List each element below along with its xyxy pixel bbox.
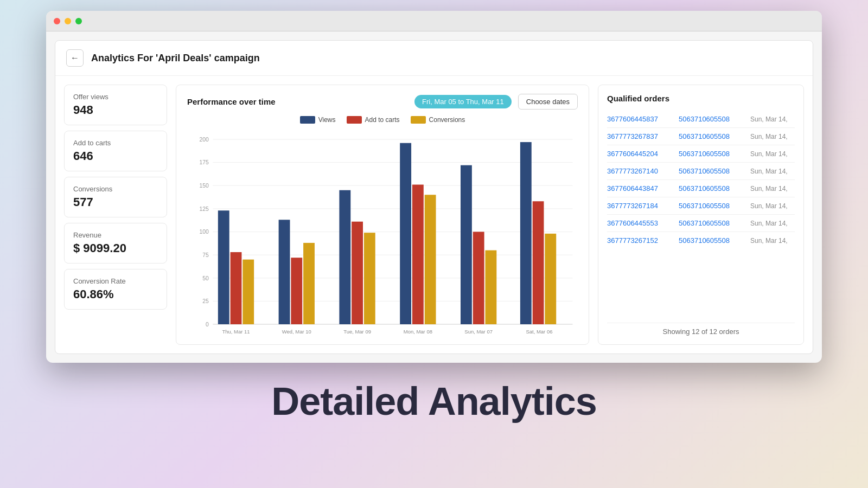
back-button[interactable]: ←: [66, 49, 84, 67]
legend-carts-color: [347, 116, 362, 124]
order-row: 3677773267152 5063710605508 Sun, Mar 14,: [607, 232, 795, 249]
order-id-link[interactable]: 3677773267837: [607, 132, 672, 140]
bar-group-thu: Thu, Mar 11: [218, 210, 254, 335]
order-date: Sun, Mar 14,: [750, 202, 795, 210]
svg-text:200: 200: [199, 137, 209, 143]
stat-offer-views-value: 948: [73, 103, 158, 117]
svg-text:75: 75: [202, 252, 209, 258]
stats-panel: Offer views 948 Add to carts 646 Convers…: [64, 85, 167, 345]
customer-id-link[interactable]: 5063710605508: [679, 202, 744, 210]
chart-panel: Performance over time Fri, Mar 05 to Thu…: [176, 85, 589, 345]
svg-text:100: 100: [199, 229, 209, 235]
stat-revenue-value: $ 9099.20: [73, 241, 158, 255]
order-row: 3677606445553 5063710605508 Sun, Mar 14,: [607, 215, 795, 232]
label-sun: Sun, Mar 07: [464, 329, 493, 335]
bar-group-mon: Mon, Mar 08: [400, 143, 436, 335]
main-content: ← Analytics For 'April Deals' campaign O…: [55, 40, 813, 354]
customer-id-link[interactable]: 5063710605508: [679, 167, 744, 175]
bar-sat-carts: [533, 201, 544, 324]
chart-svg-container: 200 175 150 125 100 75: [187, 128, 578, 336]
order-date: Sun, Mar 14,: [750, 185, 795, 192]
close-button[interactable]: [54, 18, 60, 24]
bar-chart: 200 175 150 125 100 75: [187, 128, 578, 336]
order-id-link[interactable]: 3677606443847: [607, 184, 672, 192]
y-axis: 200 175 150 125 100 75: [199, 137, 572, 328]
legend-views: Views: [300, 116, 336, 124]
bar-thu-carts: [231, 252, 242, 324]
order-id-link[interactable]: 3677773267152: [607, 236, 672, 245]
legend-views-color: [300, 116, 315, 124]
bar-group-tue: Tue, Mar 09: [339, 190, 375, 335]
chart-header: Performance over time Fri, Mar 05 to Thu…: [187, 94, 578, 110]
page-header: ← Analytics For 'April Deals' campaign: [55, 41, 813, 76]
bar-wed-carts: [291, 258, 302, 324]
svg-text:0: 0: [206, 322, 209, 328]
svg-text:125: 125: [199, 206, 209, 212]
order-date: Sun, Mar 14,: [750, 220, 795, 227]
choose-dates-button[interactable]: Choose dates: [518, 94, 578, 110]
order-id-link[interactable]: 3677606445837: [607, 115, 672, 123]
stat-conversion-rate-label: Conversion Rate: [73, 277, 158, 285]
customer-id-link[interactable]: 5063710605508: [679, 132, 744, 140]
customer-id-link[interactable]: 5063710605508: [679, 236, 744, 245]
legend-conversions-color: [411, 116, 426, 124]
svg-text:50: 50: [202, 275, 209, 281]
label-tue: Tue, Mar 09: [343, 329, 371, 335]
bar-tue-views: [339, 190, 350, 324]
orders-panel-title: Qualified orders: [607, 94, 795, 103]
stat-offer-views-label: Offer views: [73, 93, 158, 101]
maximize-button[interactable]: [75, 18, 82, 24]
bar-sun-carts: [473, 232, 484, 324]
label-sat: Sat, Mar 06: [526, 329, 552, 335]
order-id-link[interactable]: 3677606445553: [607, 219, 672, 227]
customer-id-link[interactable]: 5063710605508: [679, 150, 744, 158]
stat-conversion-rate: Conversion Rate 60.86%: [64, 269, 167, 310]
customer-id-link[interactable]: 5063710605508: [679, 115, 744, 123]
stat-conversions: Conversions 577: [64, 177, 167, 217]
bar-wed-views: [279, 220, 290, 324]
bar-mon-carts: [412, 185, 424, 324]
orders-list: 3677606445837 5063710605508 Sun, Mar 14,…: [607, 111, 795, 316]
svg-text:175: 175: [199, 159, 209, 165]
order-id-link[interactable]: 3677606445204: [607, 150, 672, 158]
stat-add-to-carts: Add to carts 646: [64, 131, 167, 171]
main-body: Offer views 948 Add to carts 646 Convers…: [55, 76, 813, 354]
order-row: 3677606443847 5063710605508 Sun, Mar 14,: [607, 180, 795, 197]
minimize-button[interactable]: [65, 18, 71, 24]
customer-id-link[interactable]: 5063710605508: [679, 219, 744, 227]
showing-text: Showing 12 of 12 orders: [607, 323, 795, 336]
bar-sun-views: [461, 165, 472, 324]
order-date: Sun, Mar 14,: [750, 133, 795, 140]
bar-thu-views: [218, 210, 229, 324]
date-range-badge[interactable]: Fri, Mar 05 to Thu, Mar 11: [414, 95, 512, 108]
orders-panel: Qualified orders 3677606445837 506371060…: [598, 85, 804, 345]
bar-thu-conversions: [242, 260, 254, 324]
back-arrow-icon: ←: [71, 53, 79, 63]
bar-group-sat: Sat, Mar 06: [520, 142, 556, 335]
order-id-link[interactable]: 3677773267140: [607, 167, 672, 175]
stat-offer-views: Offer views 948: [64, 85, 167, 125]
stat-revenue-label: Revenue: [73, 231, 158, 239]
bar-tue-conversions: [364, 233, 375, 324]
order-date: Sun, Mar 14,: [750, 237, 795, 245]
bar-mon-views: [400, 143, 411, 324]
bar-group-wed: Wed, Mar 10: [279, 220, 315, 335]
order-row: 3677773267837 5063710605508 Sun, Mar 14,: [607, 128, 795, 145]
bar-sun-conversions: [485, 251, 496, 324]
order-date: Sun, Mar 14,: [750, 115, 795, 123]
customer-id-link[interactable]: 5063710605508: [679, 184, 744, 192]
stat-conversion-rate-value: 60.86%: [73, 287, 158, 301]
legend-carts: Add to carts: [347, 116, 400, 124]
label-mon: Mon, Mar 08: [404, 329, 432, 335]
page-title: Analytics For 'April Deals' campaign: [91, 53, 260, 64]
bottom-banner: Detailed Analytics: [271, 363, 597, 429]
bar-tue-carts: [352, 222, 363, 324]
stat-conversions-label: Conversions: [73, 185, 158, 193]
order-row: 3677606445837 5063710605508 Sun, Mar 14,: [607, 111, 795, 128]
stat-add-to-carts-value: 646: [73, 149, 158, 163]
bar-sat-conversions: [545, 234, 556, 324]
bar-group-sun: Sun, Mar 07: [461, 165, 496, 335]
order-id-link[interactable]: 3677773267184: [607, 202, 672, 210]
order-row: 3677606445204 5063710605508 Sun, Mar 14,: [607, 145, 795, 163]
order-row: 3677773267184 5063710605508 Sun, Mar 14,: [607, 197, 795, 215]
